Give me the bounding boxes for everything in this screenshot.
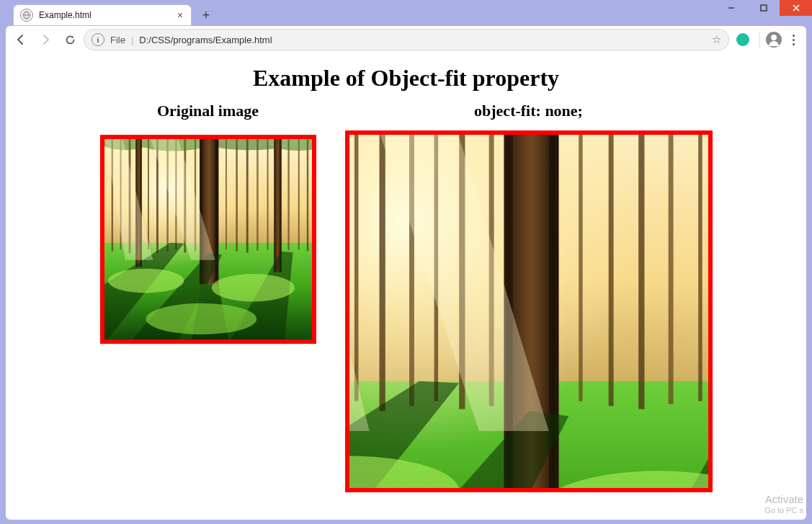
extension-icon[interactable] bbox=[736, 33, 749, 46]
browser-menu-button[interactable] bbox=[785, 31, 802, 48]
window-close-button[interactable] bbox=[780, 0, 812, 16]
column-original: Original image bbox=[100, 97, 316, 344]
page-viewport: Example of Object-fit property Original … bbox=[6, 53, 806, 520]
original-image-heading: Original image bbox=[100, 102, 316, 120]
url-text: D:/CSS/programs/Example.html bbox=[139, 35, 272, 45]
back-button[interactable] bbox=[10, 29, 32, 50]
object-fit-none-heading: object-fit: none; bbox=[345, 102, 713, 120]
url-scheme-label: File bbox=[110, 35, 125, 45]
profile-avatar-icon[interactable] bbox=[766, 32, 782, 48]
browser-toolbar: i File | D:/CSS/programs/Example.html ☆ bbox=[6, 26, 806, 54]
globe-icon bbox=[20, 9, 33, 22]
svg-rect-42 bbox=[761, 5, 767, 11]
column-object-fit-none: object-fit: none; bbox=[345, 97, 713, 492]
reload-button[interactable] bbox=[59, 29, 81, 50]
url-separator: | bbox=[131, 35, 133, 45]
new-tab-button[interactable]: + bbox=[196, 5, 216, 25]
address-bar[interactable]: i File | D:/CSS/programs/Example.html ☆ bbox=[84, 29, 729, 50]
browser-tab[interactable]: Example.html × bbox=[13, 4, 192, 26]
tab-title: Example.html bbox=[39, 10, 169, 20]
original-image bbox=[100, 135, 316, 344]
bookmark-icon[interactable]: ☆ bbox=[712, 33, 721, 46]
object-fit-none-image bbox=[345, 130, 713, 492]
page-title: Example of Object-fit property bbox=[13, 65, 799, 92]
site-info-icon[interactable]: i bbox=[92, 33, 104, 46]
tab-close-button[interactable]: × bbox=[174, 9, 186, 21]
window-minimize-button[interactable] bbox=[715, 0, 747, 16]
toolbar-divider bbox=[759, 32, 760, 48]
forward-button[interactable] bbox=[35, 29, 56, 50]
window-maximize-button[interactable] bbox=[747, 0, 780, 16]
